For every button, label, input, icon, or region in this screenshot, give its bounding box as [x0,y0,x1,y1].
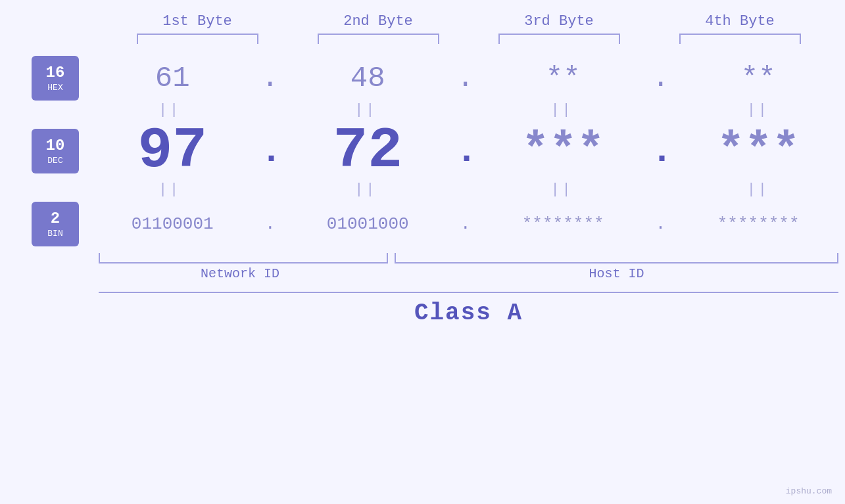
hex-byte3: ** [491,62,635,95]
hex-badge: 16 HEX [32,56,79,101]
eq-row-1: || || || || [0,101,845,120]
dec-badge-col: 10 DEC [0,129,86,173]
host-id-bracket [395,253,838,263]
dec-values-row: 97 . 72 . *** . *** [86,122,845,180]
eq2-byte3: || [490,181,635,198]
hex-badge-lbl: HEX [47,83,62,93]
eq2-byte4: || [686,181,831,198]
bin-badge-col: 2 BIN [0,202,86,246]
bracket-byte2 [318,34,439,44]
hex-dot1: . [260,62,280,95]
eq1-byte4: || [686,102,831,118]
dec-dot2: . [456,130,475,172]
bin-byte3: ******** [491,214,635,234]
bottom-brackets-row [0,253,845,263]
top-brackets [107,34,831,44]
eq1-byte1: || [97,102,242,118]
id-labels-row: Network ID Host ID [0,266,845,281]
network-id-bracket [99,253,388,263]
byte2-header: 2nd Byte [306,13,450,30]
hex-byte2: 48 [295,62,440,95]
class-a-label: Class A [414,300,523,327]
class-section: Class A [0,292,845,327]
bin-byte1: 01100001 [100,214,245,234]
dec-section: 10 DEC 97 . 72 . *** . *** [0,122,845,180]
bin-byte2: 01001000 [295,214,440,234]
bin-badge-lbl: BIN [47,229,62,239]
hex-byte1: 61 [100,62,245,95]
bin-badge: 2 BIN [32,202,79,246]
eq2-byte2: || [293,181,438,198]
bracket-byte4 [679,34,801,44]
hex-badge-col: 16 HEX [0,56,86,101]
dec-dot1: . [260,130,280,172]
dec-badge-lbl: DEC [47,156,62,166]
dec-byte4: *** [686,128,831,174]
main-container: 1st Byte 2nd Byte 3rd Byte 4th Byte 16 H… [0,0,845,504]
host-id-label: Host ID [388,266,845,281]
bin-dot1: . [260,214,280,234]
dec-byte1: 97 [100,122,245,180]
bin-byte4: ******** [686,214,831,234]
class-line: Class A [99,292,838,327]
bracket-byte1 [137,34,258,44]
eq1-byte2: || [293,102,438,118]
eq2-byte1: || [97,181,242,198]
hex-section: 16 HEX 61 . 48 . ** . ** [0,56,845,101]
dec-badge: 10 DEC [32,129,79,173]
dec-badge-num: 10 [46,137,65,156]
bin-section: 2 BIN 01100001 . 01001000 . ******** . *… [0,202,845,246]
watermark: ipshu.com [786,486,832,496]
dec-byte2: 72 [295,122,440,180]
byte3-header: 3rd Byte [487,13,631,30]
bin-dot3: . [651,214,671,234]
dec-byte3: *** [491,128,635,174]
eq1-byte3: || [490,102,635,118]
bin-badge-num: 2 [51,210,60,229]
byte1-header: 1st Byte [125,13,270,30]
hex-badge-num: 16 [46,64,65,83]
hex-dot2: . [456,62,475,95]
dec-dot3: . [651,130,671,172]
byte4-header: 4th Byte [667,13,812,30]
byte-headers-row: 1st Byte 2nd Byte 3rd Byte 4th Byte [107,0,831,30]
hex-dot3: . [651,62,671,95]
bin-values-row: 01100001 . 01001000 . ******** . *******… [86,214,845,234]
bracket-byte3 [498,34,620,44]
eq-row-2: || || || || [0,180,845,199]
bin-dot2: . [456,214,475,234]
hex-values-row: 61 . 48 . ** . ** [86,62,845,95]
network-id-label: Network ID [92,266,388,281]
hex-byte4: ** [686,62,831,95]
